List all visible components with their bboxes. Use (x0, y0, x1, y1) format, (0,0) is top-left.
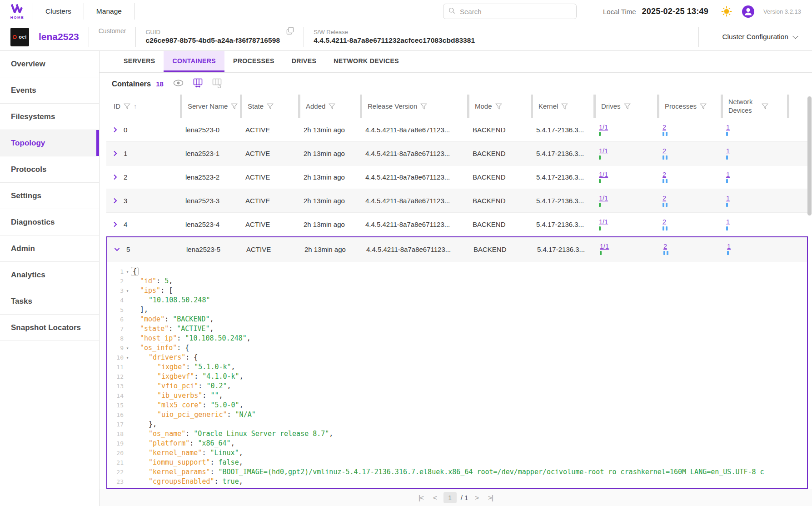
json-token: "Oracle Linux Server release 8.7" (194, 430, 329, 438)
drives-link[interactable]: 1/1 (600, 243, 609, 250)
drives-link[interactable]: 1/1 (599, 124, 608, 131)
filter-icon[interactable] (762, 103, 771, 110)
drives-link[interactable]: 1/1 (599, 148, 608, 155)
network-devices-link[interactable]: 1 (726, 219, 730, 225)
col-header-state[interactable]: State (240, 95, 298, 118)
sidebar-item-snapshot-locators[interactable]: Snapshot Locators (0, 315, 99, 341)
drives-link[interactable]: 1/1 (599, 219, 608, 225)
tab-drives[interactable]: DRIVES (283, 51, 325, 72)
collapse-caret-icon[interactable]: ▾ (124, 286, 131, 296)
network-devices-link[interactable]: 1 (726, 195, 730, 202)
sidebar-item-diagnostics[interactable]: Diagnostics (0, 209, 99, 235)
filter-icon[interactable] (420, 103, 427, 110)
filter-icon[interactable] (267, 103, 274, 110)
status-tick (663, 155, 664, 160)
sidebar-item-protocols[interactable]: Protocols (0, 156, 99, 183)
sidebar-item-filesystems[interactable]: Filesystems (0, 104, 99, 130)
table-row[interactable]: 5lena2523-5ACTIVE2h 13min ago4.4.5.4211-… (107, 237, 807, 261)
filter-icon[interactable] (124, 103, 130, 110)
home-logo[interactable]: HOME (10, 4, 25, 20)
col-header-processes[interactable]: Processes (657, 95, 721, 118)
col-header-kernel[interactable]: Kernel (531, 95, 593, 118)
tab-network-devices[interactable]: NETWORK DEVICES (325, 51, 408, 72)
network-devices-link[interactable]: 1 (727, 243, 731, 250)
col-header-server-name[interactable]: Server Name (180, 95, 240, 118)
network-devices-link[interactable]: 1 (726, 124, 730, 131)
processes-link[interactable]: 2 (663, 148, 666, 155)
last-page-button[interactable]: >| (485, 493, 496, 502)
filter-icon[interactable] (231, 103, 238, 110)
col-header-mode[interactable]: Mode (467, 95, 531, 118)
json-line-content: "kernel_params": "BOOT_IMAGE=(hd0,gpt2)/… (131, 467, 807, 477)
collapse-caret-icon[interactable]: ▾ (124, 267, 131, 276)
expand-chevron-icon[interactable] (113, 127, 117, 133)
drives-link[interactable]: 1/1 (599, 171, 608, 178)
sidebar-item-settings[interactable]: Settings (0, 183, 99, 209)
table-row[interactable]: 0lena2523-0ACTIVE2h 13min ago4.4.5.4211-… (106, 118, 808, 142)
sidebar-item-overview[interactable]: Overview (0, 51, 99, 77)
sidebar-item-topology[interactable]: Topology (0, 130, 99, 156)
filter-icon[interactable] (329, 103, 335, 110)
fit-columns-button[interactable] (193, 78, 203, 89)
toggle-columns-visibility-button[interactable] (173, 80, 184, 88)
sidebar-item-label: Filesystems (11, 112, 55, 121)
prev-page-button[interactable]: < (430, 493, 439, 502)
nav-item-manage[interactable]: Manage (84, 0, 134, 23)
filter-icon[interactable] (624, 103, 631, 110)
line-number: 18 (110, 429, 124, 439)
sw-release-label: S/W Release (314, 29, 475, 36)
nav-item-clusters[interactable]: Clusters (33, 0, 84, 23)
processes-link[interactable]: 2 (663, 219, 666, 225)
cluster-configuration-button[interactable]: Cluster Configuration (719, 32, 800, 41)
sidebar-item-analytics[interactable]: Analytics (0, 262, 99, 288)
cell-release-version: 4.4.5.4211-8a7a8e671123... (361, 245, 468, 253)
filter-icon[interactable] (700, 103, 707, 110)
expand-chevron-icon[interactable] (113, 174, 117, 180)
filter-icon[interactable] (561, 103, 568, 110)
drives-link[interactable]: 1/1 (599, 195, 608, 202)
collapse-caret-icon[interactable]: ▾ (124, 353, 131, 362)
json-line-content: "iommu_support": false, (131, 458, 807, 467)
search-input[interactable] (459, 7, 571, 16)
network-devices-link[interactable]: 1 (726, 148, 730, 155)
expand-chevron-icon[interactable] (113, 150, 117, 156)
copy-guid-button[interactable] (286, 27, 294, 36)
network-devices-link[interactable]: 1 (726, 171, 730, 178)
col-header-drives[interactable]: Drives (593, 95, 657, 118)
table-row[interactable]: 4lena2523-4ACTIVE2h 13min ago4.4.5.4211-… (106, 213, 808, 236)
tab-containers[interactable]: CONTAINERS (164, 51, 224, 72)
json-line-content: "ips": [ (131, 286, 807, 296)
col-header-id[interactable]: ID↑ (106, 95, 180, 118)
sidebar-item-tasks[interactable]: Tasks (0, 288, 99, 315)
expand-chevron-icon[interactable] (113, 198, 117, 204)
tab-servers[interactable]: SERVERS (115, 51, 164, 72)
vertical-scrollbar[interactable] (807, 96, 812, 215)
status-tick (727, 251, 729, 255)
cell-mode: BACKEND (467, 220, 531, 228)
col-header-added[interactable]: Added (298, 95, 360, 118)
tab-processes[interactable]: PROCESSES (224, 51, 283, 72)
collapse-caret-icon[interactable]: ▾ (124, 343, 131, 353)
filter-icon[interactable] (495, 103, 502, 110)
expand-chevron-icon[interactable] (113, 221, 117, 227)
sidebar-item-admin[interactable]: Admin (0, 235, 99, 262)
processes-link[interactable]: 2 (663, 195, 666, 202)
table-row[interactable]: 1lena2523-1ACTIVE2h 13min ago4.4.5.4211-… (106, 142, 808, 165)
user-avatar[interactable] (742, 5, 754, 18)
next-page-button[interactable]: > (472, 493, 481, 502)
first-page-button[interactable]: |< (416, 493, 426, 502)
sidebar-item-events[interactable]: Events (0, 77, 99, 104)
search-box[interactable] (443, 4, 577, 19)
col-header-network-devices[interactable]: Network Devices (721, 95, 787, 118)
table-row[interactable]: 3lena2523-3ACTIVE2h 13min ago4.4.5.4211-… (106, 189, 808, 213)
json-token: "mlx5_core" (157, 401, 202, 409)
reset-columns-button[interactable] (212, 78, 222, 89)
theme-toggle-sun-icon[interactable] (721, 6, 732, 17)
page-input[interactable]: 1 (443, 492, 457, 503)
table-row[interactable]: 2lena2523-2ACTIVE2h 13min ago4.4.5.4211-… (106, 165, 808, 189)
col-header-release-version[interactable]: Release Version (360, 95, 467, 118)
processes-link[interactable]: 2 (663, 243, 667, 250)
collapse-chevron-icon[interactable] (114, 247, 120, 251)
processes-link[interactable]: 2 (663, 171, 666, 178)
processes-link[interactable]: 2 (663, 124, 666, 131)
